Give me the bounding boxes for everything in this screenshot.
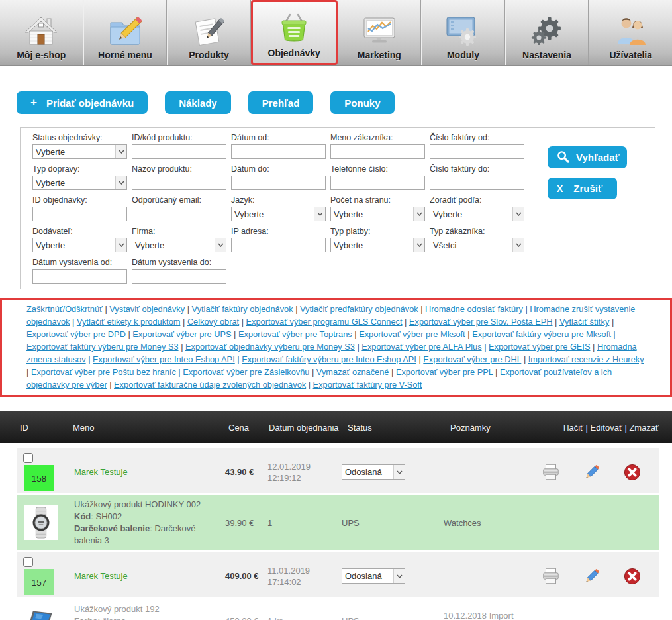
bulk-action-link[interactable]: Vymazať označené	[316, 367, 389, 377]
nav-item-produkty[interactable]: Produkty	[167, 0, 251, 65]
order-select-checkbox[interactable]	[23, 453, 33, 463]
bulk-action-link[interactable]: Exportovať výber pre Mksoft	[359, 329, 465, 339]
link-separator: |	[609, 317, 614, 327]
bulk-action-link[interactable]: Vytlačiť štítky	[559, 317, 609, 327]
delete-order-button[interactable]	[624, 568, 641, 585]
order-status-select[interactable]: Odoslaná	[342, 464, 405, 480]
bulk-action-link[interactable]: Exportovať výber pre Inteo Eshop API	[93, 354, 235, 364]
edit-order-button[interactable]	[583, 464, 600, 481]
filter-text-input[interactable]	[430, 176, 524, 190]
bulk-action-link[interactable]: Exportovať výber pre DPD	[26, 329, 126, 339]
bulk-action-link[interactable]: Exportovať výber pre ALFA Plus	[361, 342, 481, 352]
edit-order-button[interactable]	[583, 568, 600, 585]
add-order-button[interactable]: +Pridať objednávku	[17, 91, 148, 114]
bulk-action-link[interactable]: Exportovať výber pre UPS	[132, 329, 231, 339]
bulk-action-link[interactable]: Vytlačiť faktúry objednávok	[192, 304, 293, 314]
filter-text-input[interactable]	[132, 207, 226, 221]
delete-order-button[interactable]	[624, 464, 641, 481]
nav-item-marketing[interactable]: Marketing	[338, 0, 422, 65]
nav-item-label: Užívatelia	[609, 50, 652, 60]
costs-button[interactable]: Náklady	[165, 91, 231, 114]
print-order-button[interactable]	[542, 567, 560, 585]
filter-text-input[interactable]	[32, 207, 127, 221]
filter-select[interactable]: Vyberte	[231, 207, 326, 221]
filter-field-label: IP adresa:	[231, 227, 330, 236]
filter-text-input[interactable]	[330, 144, 425, 159]
filter-text-input[interactable]	[231, 238, 326, 252]
filter-field-label: Firma:	[132, 227, 231, 236]
filter-select[interactable]: Vyberte	[32, 144, 127, 159]
bulk-action-link[interactable]: Celkový obrat	[187, 317, 239, 327]
filter-select[interactable]: Vyberte	[330, 207, 425, 221]
link-separator: |	[126, 329, 132, 339]
link-separator: |	[107, 380, 114, 389]
bulk-action-link[interactable]: Vytlačiť etikety k produktom	[77, 317, 181, 327]
bulk-action-link[interactable]: Exportovať objednávky výberu pre Money S…	[185, 342, 355, 352]
filter-text-input[interactable]	[32, 269, 127, 284]
laptop-thumbnail	[24, 604, 58, 620]
filter-field-label: Číslo faktúry od:	[430, 133, 529, 143]
filter-text-input[interactable]	[132, 269, 226, 284]
bulk-action-link[interactable]: Zaškrtnúť/Odškrtnúť	[26, 304, 103, 314]
order-status-select[interactable]: Odoslaná	[342, 568, 405, 584]
overview-button[interactable]: Prehľad	[248, 91, 314, 114]
bulk-action-link[interactable]: Exportovať výber programu GLS Connect	[246, 317, 403, 327]
column-header: ID	[20, 421, 73, 434]
nav-item-nastavenia[interactable]: Nastavenia	[505, 0, 589, 65]
bulk-action-link[interactable]: Exportovať výber pre DHL	[423, 354, 521, 364]
chevron-down-icon	[314, 207, 325, 221]
nav-item-horne-menu[interactable]: Horné menu	[83, 0, 168, 65]
filter-select[interactable]: Vyberte	[330, 238, 425, 252]
filter-text-input[interactable]	[132, 176, 226, 190]
bulk-action-link[interactable]: Exportovať faktúry pre V-Soft	[313, 380, 422, 389]
users-icon	[614, 9, 648, 46]
nav-item-objednavky[interactable]: Objednávky	[251, 0, 338, 65]
nav-item-moj-e-shop[interactable]: Môj e-shop	[0, 0, 83, 65]
print-order-button[interactable]	[542, 463, 560, 481]
bulk-action-link[interactable]: Vystaviť objednávky	[109, 304, 185, 314]
chevron-down-icon	[215, 238, 226, 252]
order-select-checkbox[interactable]	[23, 557, 33, 567]
nav-item-moduly[interactable]: Moduly	[421, 0, 505, 65]
link-separator: |	[403, 317, 409, 327]
admin-page: Môj e-shop Horné menu Produkty Objednávk…	[0, 0, 672, 620]
bulk-action-link[interactable]: Exportovať faktúry výberu pre Money S3	[26, 342, 179, 352]
bulk-action-link[interactable]: Exportovať faktúry výberu pre Mksoft	[472, 329, 611, 339]
link-separator: |	[352, 329, 359, 339]
offers-button[interactable]: Ponuky	[330, 91, 394, 114]
bulk-action-link[interactable]: Exportovať výber pre GEIS	[489, 342, 590, 352]
bulk-action-link[interactable]: Vytlačiť predfaktúry objednávok	[300, 304, 418, 314]
filter-select[interactable]: Vyberte	[32, 176, 127, 190]
filter-select[interactable]: Vyberte	[430, 207, 524, 221]
filter-text-input[interactable]	[430, 144, 524, 159]
nav-item-label: Marketing	[358, 50, 401, 60]
bulk-action-link[interactable]: Exportovať výber pre Poštu bez hraníc	[31, 367, 176, 377]
filter-select[interactable]: Všetci	[430, 238, 524, 252]
nav-item-uzivatelia[interactable]: Užívatelia	[589, 0, 672, 65]
bulk-action-link[interactable]: Exportovať výber pre Zásielkovňu	[183, 367, 309, 377]
bulk-action-link[interactable]: Importovať recenzie z Heureky	[528, 354, 644, 364]
filter-field: Zoradiť podľa:Vyberte	[430, 195, 529, 221]
bulk-action-link[interactable]: Hromadne odoslať faktúry	[425, 304, 523, 314]
link-separator: |	[306, 380, 312, 389]
filter-text-input[interactable]	[231, 144, 326, 159]
filter-select[interactable]: Vyberte	[132, 238, 226, 252]
bulk-action-link[interactable]: Exportovať fakturačné údaje zvolených ob…	[114, 380, 306, 389]
column-header: Status	[348, 421, 450, 434]
bulk-action-link[interactable]: Exportovať výber pre PPL	[396, 367, 493, 377]
bulk-action-link[interactable]: Exportovať faktúry výberu pre Inteo Esho…	[242, 354, 416, 364]
search-button[interactable]: Vyhľadať	[548, 146, 627, 168]
filter-text-input[interactable]	[231, 176, 326, 190]
customer-name-link[interactable]: Marek Testuje	[74, 571, 128, 581]
column-header: Tlačiť	[562, 423, 583, 433]
filter-select[interactable]: Vyberte	[32, 238, 127, 252]
filter-text-input[interactable]	[330, 176, 425, 190]
chevron-down-icon	[115, 238, 126, 252]
filter-text-input[interactable]	[132, 144, 226, 159]
bulk-action-link[interactable]: Exportovať výber pre Slov. Pošta EPH	[409, 317, 553, 327]
cancel-button[interactable]: X Zrušiť	[548, 178, 617, 199]
offers-button-label: Ponuky	[344, 97, 380, 109]
customer-name-link[interactable]: Marek Testuje	[74, 467, 128, 477]
bulk-action-link[interactable]: Exportovať výber pre Toptrans	[238, 329, 352, 339]
filter-select-value: Vyberte	[36, 178, 65, 188]
